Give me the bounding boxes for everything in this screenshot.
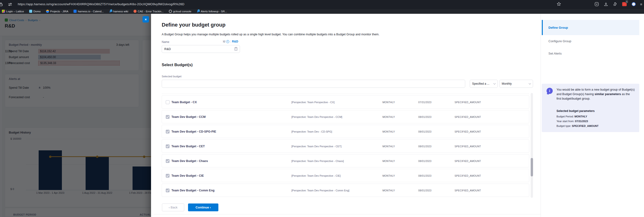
budget-type: SPECIFIED_AMOUNT xyxy=(454,116,481,118)
bookmark-favicon xyxy=(109,10,112,13)
id-label: Id xyxy=(223,40,225,43)
budget-period: MONTHLY xyxy=(382,145,395,148)
budget-checkbox[interactable] xyxy=(166,188,170,192)
info-panel: i You would be able to form a new budget… xyxy=(542,84,639,132)
wizard-step[interactable]: Set Alerts xyxy=(542,46,639,61)
budget-perspective: [Perspective: Team Dev Perspective - CCM… xyxy=(292,116,342,118)
budget-type: SPECIFIED_AMOUNT xyxy=(454,174,481,177)
name-label: Name xyxy=(162,40,169,44)
bookmark-item[interactable]: Projects - JIRA xyxy=(46,10,68,13)
bookmark-item[interactable]: Alerts followup - SR... xyxy=(196,10,227,13)
budget-period-filter-dropdown[interactable]: Monthly xyxy=(499,80,533,88)
partial-row xyxy=(162,93,529,94)
budget-name: Team Dev Budget - CD-SPG-PIE xyxy=(172,130,216,133)
budget-row[interactable]: Team Dev Budget - CIE [Perspective: Team… xyxy=(162,169,529,182)
chevron-down-icon xyxy=(529,82,531,84)
permissions-icon[interactable] xyxy=(8,2,12,7)
budget-type: SPECIFIED_AMOUNT xyxy=(454,145,481,148)
info-text: You would be able to form a new budget g… xyxy=(556,88,635,101)
parameter-line: Budget Period: MONTHLY xyxy=(556,115,598,118)
lock-icon xyxy=(0,2,3,7)
browser-chrome: https://app.harness.io/ng/account/wFHXHD… xyxy=(0,0,644,14)
bookmark-item[interactable]: harness.io - Calend... xyxy=(74,10,104,13)
toolbar-icons: ...1 ≡ xyxy=(556,2,642,7)
budget-period: MONTHLY xyxy=(382,116,395,118)
bookmark-item[interactable]: Login – Lattice xyxy=(2,10,24,13)
pocket-icon[interactable] xyxy=(594,2,599,7)
selected-budget-label: Selected budget xyxy=(162,75,182,78)
budget-period: MONTHLY xyxy=(382,160,395,162)
footer-divider xyxy=(154,214,540,214)
downloads-icon[interactable] xyxy=(603,2,608,7)
budget-row[interactable]: Team Dev Budget - Chaos [Perspective: Te… xyxy=(162,154,529,168)
url-text[interactable]: https://app.harness.io/ng/account/wFHXHD… xyxy=(18,2,184,6)
bookmark-item[interactable]: gcloud console xyxy=(169,10,191,13)
budget-period: MONTHLY xyxy=(382,130,395,133)
budget-row[interactable]: Team Dev Budget - CD-SPG-PIE [Perspectiv… xyxy=(162,125,529,138)
budget-row[interactable]: Team Dev Budget - Comm Eng [Perspective:… xyxy=(162,184,529,197)
extension-badge: 1 xyxy=(626,0,628,3)
url-bar[interactable]: https://app.harness.io/ng/account/wFHXHD… xyxy=(0,0,644,9)
budget-perspective: [Perspective: Team Dev Perspective - CET… xyxy=(292,145,342,148)
id-separator: : xyxy=(230,40,231,43)
sidebar-divider xyxy=(540,14,541,217)
budget-type: SPECIFIED_AMOUNT xyxy=(454,189,481,192)
extensions-icon[interactable] xyxy=(612,2,618,7)
budget-type: SPECIFIED_AMOUNT xyxy=(454,160,481,162)
budget-checkbox[interactable] xyxy=(166,174,170,178)
budget-row[interactable]: Team Dev Budget - CCM [Perspective: Team… xyxy=(162,110,529,123)
list-scrollbar-thumb[interactable] xyxy=(531,158,533,176)
clipboard-icon[interactable] xyxy=(234,47,238,52)
budget-checkbox[interactable] xyxy=(166,115,170,119)
menu-icon[interactable]: ≡ xyxy=(640,2,642,7)
budget-type: SPECIFIED_AMOUNT xyxy=(454,130,481,133)
selected-budget-parameters: Budget Period: MONTHLY Year start from: … xyxy=(556,115,598,129)
budget-type: SPECIFIED_AMOUNT xyxy=(454,101,481,104)
parameter-line: Budget type: SPECIFIED_AMOUNT xyxy=(556,124,598,127)
select-budgets-heading: Select Budget(s) xyxy=(162,62,192,67)
budget-checkbox[interactable] xyxy=(166,100,170,104)
budget-type-filter-dropdown[interactable]: Specified a ... xyxy=(470,80,498,88)
bookmark-item[interactable]: Domo xyxy=(29,10,41,13)
selected-budget-input[interactable] xyxy=(162,80,465,88)
bookmark-favicon xyxy=(2,10,5,13)
info-icon[interactable]: i xyxy=(226,40,229,43)
bookmarks-bar: Login – Lattice Domo Projects - JIRA har… xyxy=(0,9,644,14)
budget-row[interactable]: Team Dev Budget - CET [Perspective: Team… xyxy=(162,140,529,153)
bookmark-favicon xyxy=(29,10,32,13)
list-scrollbar-track[interactable] xyxy=(531,93,533,198)
budget-perspective: [Perspective: Team Dev Perspective - Cha… xyxy=(292,160,344,162)
budget-name: Team Dev Budget - Comm Eng xyxy=(172,189,214,192)
budget-name: Team Dev Budget - CIE xyxy=(172,174,204,178)
chevron-down-icon xyxy=(494,82,496,84)
budget-start-date: 08/01/2023 xyxy=(418,160,432,162)
privacy-extension-icon[interactable] xyxy=(631,2,636,7)
bookmark-item[interactable]: CAE - Error Trackin... xyxy=(134,10,164,13)
password-manager-icon[interactable]: ...1 xyxy=(622,2,627,7)
budget-start-date: 08/01/2023 xyxy=(418,145,432,148)
modal-title: Define your budget group xyxy=(162,22,226,28)
name-input[interactable] xyxy=(162,45,240,53)
budget-start-date: 08/01/2023 xyxy=(418,189,432,192)
budget-row[interactable]: Team Budget - CX [Perspective: Team Pers… xyxy=(162,95,529,108)
budget-list: Team Budget - CX [Perspective: Team Pers… xyxy=(162,93,529,198)
budget-checkbox[interactable] xyxy=(166,159,170,163)
budget-checkbox[interactable] xyxy=(166,130,170,134)
budget-perspective: [Perspective: Team Dev Perspective - Com… xyxy=(292,189,349,192)
id-row: Id i : R&D xyxy=(223,40,238,43)
close-icon[interactable]: × xyxy=(142,16,149,22)
info-bubble-icon: i xyxy=(546,88,553,94)
wizard-step[interactable]: Define Group xyxy=(542,20,639,35)
bookmark-star-icon[interactable] xyxy=(556,2,562,7)
bookmark-favicon xyxy=(196,10,200,13)
budget-checkbox[interactable] xyxy=(166,144,170,148)
back-button[interactable]: ‹ Back xyxy=(162,204,184,211)
continue-button[interactable]: Continue › xyxy=(188,204,218,211)
budget-start-date: 08/01/2023 xyxy=(418,130,432,133)
budget-perspective: [Perspective: Team Dev - CD-SPG] xyxy=(292,130,332,133)
budget-start-date: 08/01/2023 xyxy=(418,116,432,118)
budget-name: Team Dev Budget - CCM xyxy=(172,115,206,118)
bookmark-item[interactable]: harness wiki xyxy=(109,10,128,13)
budget-perspective: [Perspective: Team Dev Perspective - CIE… xyxy=(292,174,341,177)
budget-name: Team Budget - CX xyxy=(172,100,197,104)
